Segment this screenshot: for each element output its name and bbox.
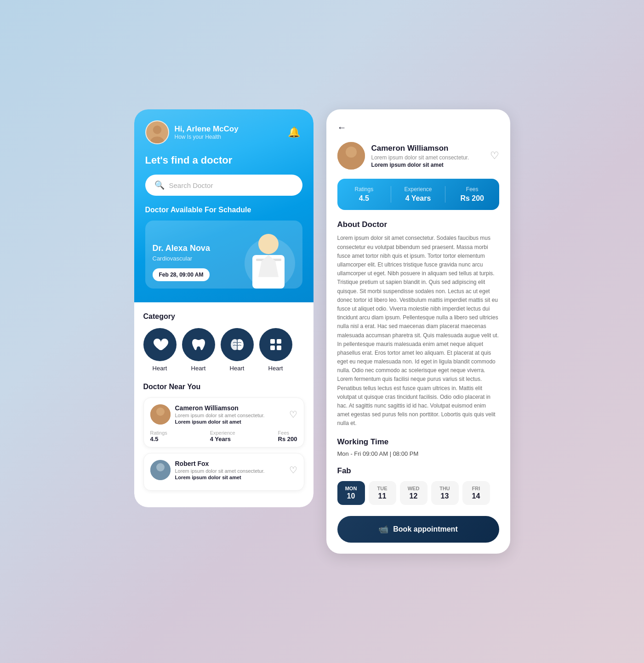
svg-point-7 [235, 339, 244, 350]
featured-doctor-card[interactable]: Dr. Alexa Nova Cardiovascular Feb 28, 09… [145, 221, 302, 289]
featured-doctor-name: Dr. Alexa Nova [153, 244, 235, 253]
doctor-list-top-2: Robert Fox Lorem ipsum dolor sit amet co… [150, 460, 297, 480]
day-fri-num: 14 [462, 492, 490, 500]
about-text: Lorem ipsum dolor sit amet consectetur. … [337, 234, 499, 428]
right-screen: ← Cameron Williamson Lorem ipsum dolor s… [326, 109, 510, 553]
day-mon[interactable]: MON 10 [337, 481, 365, 505]
working-time-value: Mon - Fri 09:00 AM | 08:00 PM [337, 450, 499, 457]
stat-ratings-value: 4.5 [337, 194, 391, 203]
day-mon-num: 10 [337, 492, 365, 500]
fees-label-1: Fees [278, 430, 297, 436]
avatar [145, 120, 169, 144]
svg-rect-12 [277, 346, 281, 350]
category-item-heart1[interactable]: Heart [143, 328, 177, 372]
favorite-button-2[interactable]: ♡ [289, 465, 297, 476]
doctor-bold-1: Lorem ipsum dolor sit amet [175, 419, 285, 425]
stat-fees-label: Fees [445, 186, 499, 193]
ratings-value-1: 4.5 [150, 436, 167, 442]
subtitle-text: How Is your Health [175, 134, 239, 140]
days-row: MON 10 TUE 11 WED 12 THU 13 FRI 14 [337, 481, 499, 505]
stat-fees-1: Fees Rs 200 [278, 430, 297, 442]
left-bottom-section: Category Heart [134, 302, 313, 507]
day-thu-name: THU [431, 486, 459, 491]
doctor-image [235, 229, 295, 289]
svg-point-16 [156, 463, 165, 471]
stat-ratings-label: Ratings [337, 186, 391, 193]
day-thu[interactable]: THU 13 [431, 481, 459, 505]
stat-block-fees: Fees Rs 200 [445, 186, 499, 203]
category-label-3: Heart [230, 365, 245, 372]
stat-exp-label: Experience [391, 186, 445, 193]
exp-value-1: 4 Years [210, 436, 235, 442]
camera-icon: 📹 [378, 524, 388, 534]
doctor-stats-row-1: Ratings 4.5 Experience 4 Years Fees Rs 2… [150, 430, 297, 442]
about-title: About Doctor [337, 220, 499, 229]
doctor-list-top-1: Cameron Williamson Lorem ipsum dolor sit… [150, 404, 297, 425]
profile-doctor-name: Cameron Williamson [371, 144, 484, 153]
day-wed[interactable]: WED 12 [400, 481, 427, 505]
doctor-avatar-large [337, 142, 365, 170]
greeting-text: Hi, Arlene McCoy [175, 125, 239, 134]
day-tue-name: TUE [369, 486, 396, 491]
svg-rect-10 [277, 339, 281, 344]
day-wed-num: 12 [400, 492, 427, 500]
svg-point-14 [156, 408, 165, 416]
avatar-image [146, 120, 168, 144]
stat-ratings-1: Ratings 4.5 [150, 430, 167, 442]
category-label-4: Heart [268, 365, 283, 372]
find-doctor-title: Let's find a doctor [145, 154, 302, 166]
category-item-heart3[interactable]: Heart [221, 328, 254, 372]
featured-doctor-time: Feb 28, 09:00 AM [153, 268, 210, 281]
stat-exp-value: 4 Years [391, 194, 445, 203]
search-icon: 🔍 [154, 180, 165, 190]
doctor-sub-1: Lorem ipsum dolor sit amet consectetur. [175, 413, 285, 418]
search-bar[interactable]: 🔍 Search Doctor [145, 175, 302, 196]
category-label-2: Heart [191, 365, 206, 372]
bell-icon[interactable]: 🔔 [286, 124, 302, 141]
fab-title: Fab [337, 466, 499, 476]
back-button[interactable]: ← [337, 122, 499, 133]
day-tue[interactable]: TUE 11 [369, 481, 396, 505]
exp-label-1: Experience [210, 430, 235, 436]
svg-point-1 [153, 126, 161, 134]
screens-container: Hi, Arlene McCoy How Is your Health 🔔 Le… [134, 109, 510, 553]
stat-block-experience: Experience 4 Years [391, 186, 445, 203]
working-time-title: Working Time [337, 437, 499, 447]
ratings-label-1: Ratings [150, 430, 167, 436]
day-fri[interactable]: FRI 14 [462, 481, 490, 505]
doctor-list-info-2: Robert Fox Lorem ipsum dolor sit amet co… [175, 460, 285, 480]
category-title: Category [143, 312, 304, 321]
left-screen: Hi, Arlene McCoy How Is your Health 🔔 Le… [134, 109, 313, 507]
profile-doctor-bold: Lorem ipsum dolor sit amet [371, 162, 484, 168]
book-appointment-button[interactable]: 📹 Book appointment [337, 516, 499, 543]
stat-exp-1: Experience 4 Years [210, 430, 235, 442]
book-btn-label: Book appointment [393, 525, 457, 533]
doctor-avatar-small-2 [150, 460, 171, 480]
svg-point-18 [346, 147, 357, 158]
profile-doctor-sub: Lorem ipsum dolor sit amet consectetur. [371, 154, 484, 161]
doctor-name-1: Cameron Williamson [175, 404, 285, 412]
svg-rect-11 [270, 346, 275, 350]
header-left: Hi, Arlene McCoy How Is your Health [145, 120, 239, 144]
tooth-icon [182, 328, 215, 361]
doctor-list-info-1: Cameron Williamson Lorem ipsum dolor sit… [175, 404, 285, 425]
doctor-profile-row: Cameron Williamson Lorem ipsum dolor sit… [337, 142, 499, 170]
doctor-card-info: Dr. Alexa Nova Cardiovascular Feb 28, 09… [153, 244, 235, 289]
favorite-button-profile[interactable]: ♡ [490, 150, 499, 162]
day-tue-num: 11 [369, 492, 396, 500]
heart-icon-1 [143, 328, 177, 361]
nearby-doctor-card-1[interactable]: Cameron Williamson Lorem ipsum dolor sit… [143, 397, 304, 448]
categories-row: Heart Heart [143, 328, 304, 372]
doctor-bold-2: Lorem ipsum dolor sit amet [175, 475, 285, 480]
category-label-1: Heart [153, 365, 167, 372]
stat-block-ratings: Ratings 4.5 [337, 186, 392, 203]
nearby-doctor-card-2[interactable]: Robert Fox Lorem ipsum dolor sit amet co… [143, 453, 304, 491]
category-item-heart2[interactable]: Heart [182, 328, 215, 372]
stats-bar: Ratings 4.5 Experience 4 Years Fees Rs 2… [337, 179, 499, 210]
doctor-figure-svg [242, 231, 295, 289]
featured-doctor-specialty: Cardiovascular [153, 255, 235, 262]
favorite-button-1[interactable]: ♡ [289, 409, 297, 420]
category-item-heart4[interactable]: Heart [259, 328, 292, 372]
day-wed-name: WED [400, 486, 427, 491]
day-thu-num: 13 [431, 492, 459, 500]
